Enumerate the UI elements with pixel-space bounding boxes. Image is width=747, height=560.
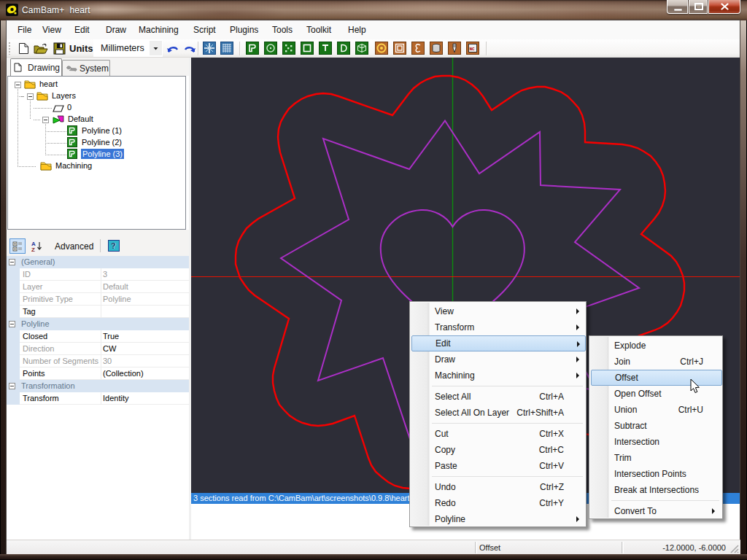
svg-text:NC: NC [470, 47, 476, 52]
svg-text:?: ? [111, 241, 116, 250]
svg-text:Z: Z [31, 246, 35, 252]
